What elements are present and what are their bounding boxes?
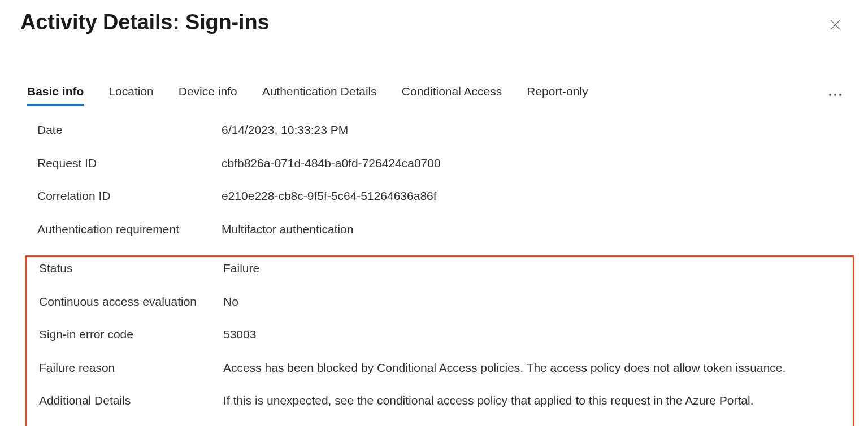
tab-conditional-access[interactable]: Conditional Access [402,85,502,106]
tab-device-info[interactable]: Device info [179,85,237,106]
label-status: Status [39,262,223,275]
value-auth-requirement: Multifactor authentication [222,223,852,236]
tab-report-only[interactable]: Report-only [527,85,588,106]
value-date: 6/14/2023, 10:33:23 PM [222,123,852,137]
row-correlation-id: Correlation ID e210e228-cb8c-9f5f-5c64-5… [27,189,852,223]
tab-basic-info[interactable]: Basic info [27,85,84,106]
label-request-id: Request ID [37,157,222,170]
label-failure-reason: Failure reason [39,361,223,375]
signin-details-panel: Activity Details: Sign-ins Basic info Lo… [0,0,868,426]
value-request-id: cbfb826a-071d-484b-a0fd-726424ca0700 [222,157,852,170]
value-correlation-id: e210e228-cb8c-9f5f-5c64-51264636a86f [222,189,852,203]
tab-location[interactable]: Location [108,85,153,106]
value-status: Failure [223,262,853,275]
row-request-id: Request ID cbfb826a-071d-484b-a0fd-72642… [27,157,852,190]
row-status: Status Failure [27,262,853,295]
label-date: Date [37,123,222,137]
value-cae: No [223,295,853,308]
row-auth-requirement: Authentication requirement Multifactor a… [27,223,852,256]
close-icon [830,20,840,30]
row-date: Date 6/14/2023, 10:33:23 PM [27,123,852,157]
close-button[interactable] [825,15,845,35]
failure-highlight: Status Failure Continuous access evaluat… [25,255,854,426]
value-failure-reason: Access has been blocked by Conditional A… [223,361,853,375]
row-failure-reason: Failure reason Access has been blocked b… [27,361,853,394]
label-auth-requirement: Authentication requirement [37,223,222,236]
ellipsis-icon [829,94,831,96]
ellipsis-icon [834,94,836,96]
value-error-code: 53003 [223,328,853,341]
label-correlation-id: Correlation ID [37,189,222,203]
tab-bar: Basic info Location Device info Authenti… [27,85,588,106]
row-error-code: Sign-in error code 53003 [27,328,853,361]
row-cae: Continuous access evaluation No [27,295,853,328]
label-cae: Continuous access evaluation [39,295,223,308]
label-error-code: Sign-in error code [39,328,223,341]
details-list: Date 6/14/2023, 10:33:23 PM Request ID c… [27,123,852,426]
row-additional-details: Additional Details If this is unexpected… [27,394,853,426]
page-title: Activity Details: Sign-ins [20,10,269,34]
ellipsis-icon [839,94,841,96]
value-additional-details: If this is unexpected, see the condition… [223,394,853,407]
more-tabs-button[interactable] [825,88,845,102]
tab-authentication-details[interactable]: Authentication Details [262,85,377,106]
label-additional-details: Additional Details [39,394,223,407]
